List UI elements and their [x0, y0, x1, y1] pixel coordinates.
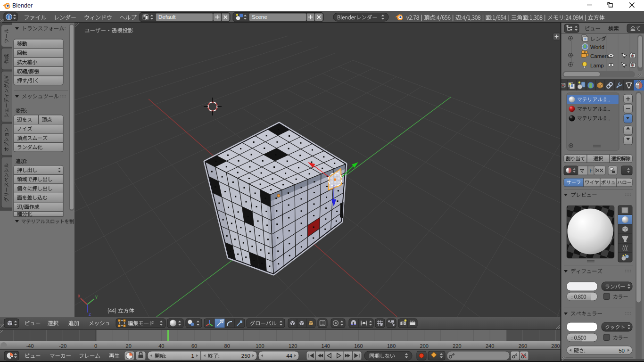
svg-text:50: 50	[619, 348, 625, 354]
svg-text:160: 160	[354, 343, 363, 349]
svg-text:44: 44	[286, 353, 292, 359]
svg-text:0: 0	[94, 343, 97, 349]
svg-text:-40: -40	[26, 343, 34, 349]
svg-text:40: 40	[158, 343, 164, 349]
svg-text:F: F	[590, 168, 593, 173]
svg-text:250: 250	[241, 353, 250, 359]
svg-text:Default: Default	[158, 14, 176, 20]
svg-text:x: x	[78, 293, 80, 298]
svg-text:280: 280	[551, 343, 560, 349]
svg-text:20: 20	[126, 343, 132, 349]
svg-text:140: 140	[322, 343, 330, 349]
svg-text:Lamp: Lamp	[590, 63, 604, 68]
svg-text:220: 220	[453, 343, 461, 349]
svg-text:Scene: Scene	[252, 14, 267, 20]
svg-text:z: z	[89, 312, 91, 317]
svg-text:60: 60	[191, 343, 197, 349]
svg-text:Blender: Blender	[12, 2, 33, 9]
svg-text:120: 120	[289, 343, 297, 349]
svg-text:Camera: Camera	[590, 53, 610, 59]
svg-text:World: World	[590, 44, 604, 50]
svg-text:260: 260	[519, 343, 527, 349]
svg-text:180: 180	[387, 343, 396, 349]
svg-text:100: 100	[256, 343, 264, 349]
svg-text:y: y	[95, 294, 98, 299]
svg-text:1: 1	[191, 353, 194, 359]
svg-text:-20: -20	[59, 343, 66, 349]
svg-text:200: 200	[420, 343, 429, 349]
svg-text:240: 240	[486, 343, 494, 349]
svg-text:80: 80	[224, 343, 230, 349]
svg-text:i: i	[8, 14, 10, 20]
